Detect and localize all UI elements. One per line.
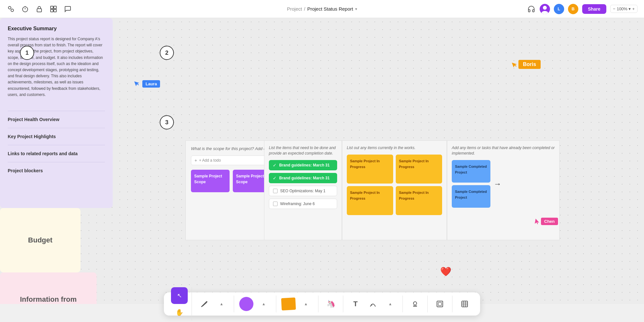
todo-text-2: Brand guidelines: March 31 bbox=[279, 176, 330, 180]
stamp-tool-button[interactable] bbox=[407, 296, 423, 312]
toolbar-sticker-group: ▲ bbox=[276, 296, 318, 312]
cursor-tool-button[interactable]: ↖ bbox=[171, 287, 188, 304]
completed-note-2[interactable]: Sample Completed Project bbox=[452, 185, 490, 208]
todo-item-3[interactable]: SEO Optimizations: May 1 bbox=[269, 186, 337, 196]
avatar-user2[interactable]: L bbox=[554, 4, 564, 14]
svg-rect-17 bbox=[462, 301, 468, 307]
todo-text-3: SEO Optimizations: May 1 bbox=[280, 189, 326, 193]
lock-icon[interactable] bbox=[35, 5, 44, 14]
zoom-chevron[interactable]: ▾ bbox=[629, 6, 631, 11]
progress-prompt: List out any items currently in the work… bbox=[347, 145, 442, 151]
avatar-user3[interactable]: B bbox=[568, 4, 578, 14]
toolbar-selection-group: ↖ ✋ bbox=[167, 287, 192, 321]
path-tool-button[interactable] bbox=[365, 296, 381, 312]
completed-content: Add any items or tasks that have already… bbox=[447, 140, 560, 240]
budget-label: Budget bbox=[28, 236, 52, 244]
svg-point-12 bbox=[371, 304, 372, 306]
info-card[interactable]: Information from Key Stakeholders bbox=[0, 272, 97, 304]
todo-check-icon-2: ✓ bbox=[273, 175, 277, 181]
zoom-minus[interactable]: − bbox=[613, 6, 616, 11]
toolbar-frame-group bbox=[428, 296, 452, 312]
toolbar-media-group: 🦄 bbox=[318, 296, 343, 312]
svg-rect-5 bbox=[37, 9, 42, 12]
section-num-2: 2 bbox=[160, 46, 174, 60]
todo-checkbox-4 bbox=[273, 202, 278, 206]
expand-sticker-button[interactable]: ▲ bbox=[298, 296, 314, 312]
expand-text-button[interactable]: ▲ bbox=[382, 296, 399, 312]
toolbar-table-group bbox=[452, 296, 477, 312]
headset-icon[interactable] bbox=[527, 5, 536, 14]
section-num-1: 1 bbox=[20, 46, 34, 60]
toolbar-stamp-group bbox=[403, 296, 428, 312]
logo-icon[interactable] bbox=[6, 5, 15, 14]
todo-item-1[interactable]: ✓ Brand guidelines: March 31 bbox=[269, 160, 337, 170]
todo-text-1: Brand guidelines: March 31 bbox=[279, 163, 330, 167]
toolbar-text-group: T ▲ bbox=[343, 296, 403, 312]
chen-cursor: Chen bbox=[535, 218, 558, 225]
exec-summary-title: Executive Summary bbox=[8, 26, 105, 32]
todo-content: List the items that need to be done and … bbox=[264, 140, 342, 240]
zoom-value: 100% bbox=[617, 6, 627, 11]
toolbar: ↖ ✋ ▲ ▲ ▲ 🦄 bbox=[164, 292, 480, 316]
toolbar-draw-group: ▲ bbox=[192, 296, 234, 312]
sidebar-section-links[interactable]: Links to related reports and data bbox=[8, 145, 105, 162]
svg-rect-15 bbox=[437, 301, 443, 307]
grid-icon[interactable] bbox=[49, 5, 58, 14]
completed-note-1[interactable]: Sample Completed Project bbox=[452, 160, 490, 183]
progress-note-3[interactable]: Sample Project In Progress bbox=[347, 186, 393, 215]
timer-icon[interactable] bbox=[21, 5, 30, 14]
sticker-tool-button[interactable] bbox=[280, 296, 297, 312]
budget-card[interactable]: Budget bbox=[0, 208, 80, 272]
purple-shape-button[interactable] bbox=[238, 296, 255, 312]
expand-pen-button[interactable]: ▲ bbox=[213, 296, 230, 312]
inprogress-content: List out any items currently in the work… bbox=[342, 140, 447, 240]
topbar-center: Project / Project Status Report ▾ bbox=[287, 6, 357, 12]
heart-emoji: ❤️ bbox=[440, 266, 451, 277]
progress-note-4[interactable]: Sample Project In Progress bbox=[396, 186, 442, 215]
completed-notes: Sample Completed Project Sample Complete… bbox=[452, 160, 490, 208]
svg-rect-14 bbox=[413, 306, 417, 307]
svg-rect-6 bbox=[51, 6, 53, 9]
project-link[interactable]: Project bbox=[287, 6, 302, 12]
topbar-left bbox=[6, 5, 72, 14]
text-tool-button[interactable]: T bbox=[347, 296, 364, 312]
sidebar-section-blockers[interactable]: Project blockers bbox=[8, 162, 105, 179]
completed-layout: Sample Completed Project Sample Complete… bbox=[452, 160, 555, 208]
sidebar-section-health[interactable]: Project Health Overview bbox=[8, 111, 105, 128]
chat-icon[interactable] bbox=[63, 5, 72, 14]
todo-text-4: Wireframing: June 6 bbox=[280, 202, 315, 206]
progress-notes-grid: Sample Project In Progress Sample Projec… bbox=[347, 155, 442, 215]
todo-item-4[interactable]: Wireframing: June 6 bbox=[269, 199, 337, 209]
hand-tool-button[interactable]: ✋ bbox=[171, 304, 188, 321]
section-num-3: 3 bbox=[160, 115, 174, 129]
avatar-user1[interactable] bbox=[540, 4, 550, 14]
page-title: Project Status Report bbox=[307, 6, 353, 12]
table-tool-button[interactable] bbox=[456, 296, 473, 312]
chen-label: Chen bbox=[541, 218, 558, 225]
progress-note-2[interactable]: Sample Project In Progress bbox=[396, 155, 442, 184]
scope-note-1[interactable]: Sample Project Scope bbox=[191, 170, 230, 192]
sidebar-section-highlights[interactable]: Key Project Highlights bbox=[8, 128, 105, 145]
zoom-plus[interactable]: + bbox=[632, 6, 635, 11]
arrow-right-icon: → bbox=[494, 179, 501, 188]
svg-point-10 bbox=[543, 6, 547, 10]
completed-prompt: Add any items or tasks that have already… bbox=[452, 145, 555, 156]
share-button[interactable]: Share bbox=[582, 4, 606, 14]
todo-checkbox-3 bbox=[273, 189, 278, 193]
progress-note-1[interactable]: Sample Project In Progress bbox=[347, 155, 393, 184]
frame-tool-button[interactable] bbox=[431, 296, 448, 312]
info-label: Information from Key Stakeholders bbox=[19, 295, 78, 304]
media-tool-button[interactable]: 🦄 bbox=[322, 296, 339, 312]
title-dropdown-icon[interactable]: ▾ bbox=[355, 7, 357, 11]
todo-item-2[interactable]: ✓ Brand guidelines: March 31 bbox=[269, 173, 337, 183]
todo-check-icon-1: ✓ bbox=[273, 163, 277, 168]
topbar: Project / Project Status Report ▾ L B Sh… bbox=[0, 0, 644, 18]
pen-tool-button[interactable] bbox=[196, 296, 213, 312]
boris-cursor: Boris bbox=[512, 60, 541, 69]
expand-shape-button[interactable]: ▲ bbox=[255, 296, 272, 312]
canvas: 1 2 3 Executive Summary This project sta… bbox=[0, 18, 644, 304]
add-todo-label: + Add a todo bbox=[199, 158, 221, 163]
boris-label: Boris bbox=[518, 60, 541, 69]
zoom-control[interactable]: − 100% ▾ + bbox=[610, 5, 638, 13]
svg-rect-7 bbox=[54, 6, 56, 9]
